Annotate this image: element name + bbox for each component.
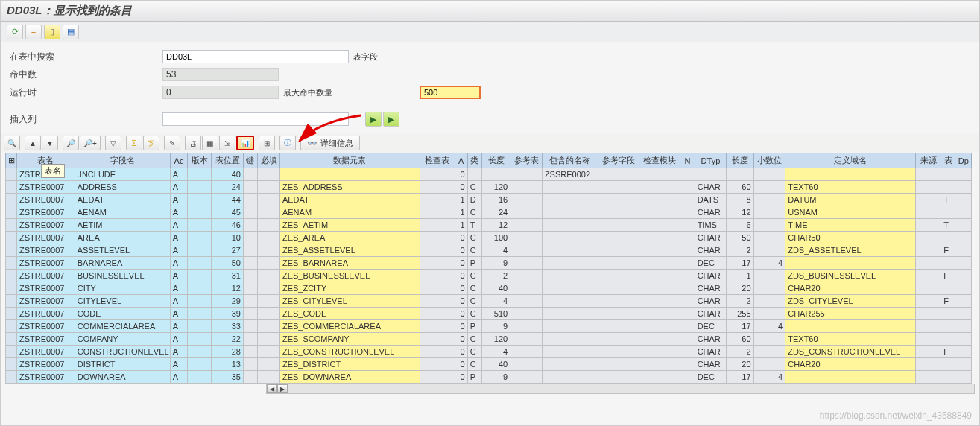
table-row[interactable]: ZSTRE0007AETIMA46ZES_AETIM1T12TIMS6TIMET (6, 219, 972, 232)
cell[interactable] (6, 358, 17, 371)
refresh-button[interactable]: ⟳ (7, 25, 23, 39)
sort-asc-button[interactable]: ▲ (25, 136, 41, 150)
view-button[interactable]: ▦ (202, 136, 218, 150)
cell[interactable] (6, 333, 17, 346)
column-header[interactable]: 来源 (916, 153, 941, 168)
table-row[interactable]: ZSTRE0007BUSINESSLEVELA31ZES_BUSINESSLEV… (6, 270, 972, 282)
column-header[interactable]: 长度 (481, 153, 510, 168)
cell[interactable] (6, 219, 17, 232)
column-header[interactable]: A (455, 153, 467, 168)
nav-button[interactable]: ≡ (25, 25, 42, 39)
column-header[interactable]: 表 (941, 153, 955, 168)
column-header[interactable]: 键 (243, 153, 257, 168)
info-button[interactable]: ⓘ (279, 136, 296, 150)
column-header[interactable]: 版本 (188, 153, 212, 168)
field-label: 表字段 (353, 51, 378, 63)
cell[interactable] (6, 282, 17, 295)
column-header[interactable]: 检查表 (420, 153, 455, 168)
cell[interactable] (6, 346, 17, 358)
scroll-right-icon[interactable]: ▶ (277, 384, 288, 393)
cell (598, 232, 639, 244)
table-row[interactable]: ZSTRE0007AREAA10ZES_AREA0C100CHAR50CHAR5… (6, 232, 972, 244)
cell (598, 257, 639, 270)
cell: ZES_BUSINESSLEVEL (279, 270, 420, 282)
column-header[interactable]: 小数位 (753, 153, 785, 168)
column-header[interactable]: DTyp (695, 153, 727, 168)
table-row[interactable]: ZSTRE0007CITYLEVELA29ZES_CITYLEVEL0C4CHA… (6, 295, 972, 308)
cell: 22 (212, 333, 244, 346)
table-row[interactable]: ZSTRE0007CODEA39ZES_CODE0C510CHAR255CHAR… (6, 308, 972, 320)
cell[interactable] (6, 168, 17, 181)
table-row[interactable]: ZSTRE0007CONSTRUCTIONLEVELA28ZES_CONSTRU… (6, 346, 972, 358)
cell: 40 (212, 168, 244, 181)
cell[interactable] (6, 308, 17, 320)
table-row[interactable]: ZSTRE0007ASSETLEVELA27ZES_ASSETLEVEL0C4C… (6, 244, 972, 257)
cell[interactable] (6, 320, 17, 333)
list-button[interactable]: ▤ (63, 25, 79, 39)
table-row[interactable]: ZSTRE0007BARNAREAA50ZES_BARNAREA0P9DEC17… (6, 257, 972, 270)
cell: CHAR (695, 333, 727, 346)
insert-input[interactable] (162, 112, 349, 126)
details-icon-button[interactable]: 🔍 (4, 136, 20, 150)
exec-green-button[interactable]: ▶ (365, 112, 382, 127)
print-button[interactable]: 🖨 (185, 136, 201, 150)
max-hits-input[interactable] (420, 86, 481, 99)
cell[interactable] (6, 206, 17, 219)
table-row[interactable]: ZSTRE0007COMMERCIALAREAA33ZES_COMMERCIAL… (6, 320, 972, 333)
cell (639, 206, 680, 219)
cell: TIMS (695, 219, 727, 232)
column-header[interactable]: 检查模块 (639, 153, 680, 168)
table-row[interactable]: ZSTRE0007DISTRICTA13ZES_DISTRICT0C40CHAR… (6, 358, 972, 371)
layout-button[interactable]: ⊞ (259, 136, 275, 150)
column-header[interactable]: N (680, 153, 695, 168)
column-header[interactable]: 参考字段 (598, 153, 639, 168)
find-next-button[interactable]: 🔎+ (80, 136, 101, 150)
column-header[interactable]: 字段名 (75, 153, 170, 168)
filter-button[interactable]: ▽ (105, 136, 121, 150)
cell (542, 232, 598, 244)
cell (467, 168, 481, 181)
column-header[interactable]: 数据元素 (279, 153, 420, 168)
subtotal-button[interactable]: ⅀ (143, 136, 159, 150)
cell[interactable] (6, 270, 17, 282)
cell[interactable] (6, 194, 17, 206)
column-header[interactable]: 长度 (727, 153, 753, 168)
cell[interactable] (6, 257, 17, 270)
column-header[interactable]: Dp (955, 153, 972, 168)
table-row[interactable]: ZSTRE0007AEDATA44AEDAT1D16DATS8DATUMT (6, 194, 972, 206)
details-button[interactable]: 👓详细信息 (300, 136, 360, 150)
search-input[interactable] (162, 50, 349, 63)
column-header[interactable]: 类 (467, 153, 481, 168)
find-button[interactable]: 🔎 (63, 136, 79, 150)
table-row[interactable]: ZSTRE0007CITYA12ZES_ZCITY0C40CHAR20CHAR2… (6, 282, 972, 295)
table-row[interactable]: ZSTRE0007COMPANYA22ZES_SCOMPANY0C120CHAR… (6, 333, 972, 346)
cell (916, 308, 941, 320)
sort-desc-button[interactable]: ▼ (42, 136, 58, 150)
edit-button[interactable]: ✎ (164, 136, 180, 150)
table-row[interactable]: ZSTRE0007AENAMA45AENAM1C24CHAR12USNAM (6, 206, 972, 219)
cell: COMMERCIALAREA (75, 320, 170, 333)
export-excel-button[interactable]: 📊 (236, 136, 254, 150)
column-header[interactable]: 定义域名 (785, 153, 916, 168)
table-row[interactable]: ZSTRE0007ADDRESSA24ZES_ADDRESS0C120CHAR6… (6, 181, 972, 194)
column-header[interactable]: ⊞ (6, 153, 17, 168)
cell[interactable] (6, 181, 17, 194)
horizontal-scrollbar[interactable]: ◀ ▶ (266, 384, 975, 394)
new-button[interactable]: ▯ (44, 25, 60, 39)
cell[interactable] (6, 244, 17, 257)
export-button[interactable]: ⇲ (219, 136, 235, 150)
scroll-left-icon[interactable]: ◀ (267, 384, 277, 393)
table-row[interactable]: ZSTRE0007.INCLUDEA400ZSSRE0002 (6, 168, 972, 181)
table-row[interactable]: ZSTRE0007DOWNAREAA35ZES_DOWNAREA0P9DEC17… (6, 371, 972, 384)
column-header[interactable]: 包含的名称 (542, 153, 598, 168)
column-header[interactable]: Ac (170, 153, 187, 168)
cell[interactable] (6, 295, 17, 308)
column-header[interactable]: 必填 (258, 153, 280, 168)
cell[interactable] (6, 232, 17, 244)
cell: A (170, 320, 187, 333)
sum-button[interactable]: Σ (126, 136, 142, 150)
exec-green-button-2[interactable]: ▶ (383, 112, 399, 127)
column-header[interactable]: 表位置 (212, 153, 244, 168)
cell[interactable] (6, 371, 17, 384)
column-header[interactable]: 参考表 (510, 153, 543, 168)
